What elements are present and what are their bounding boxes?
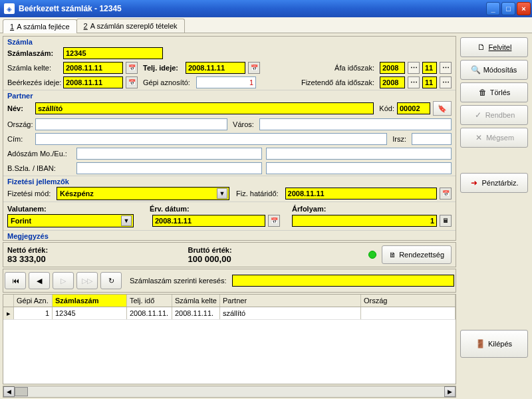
exit-button[interactable]: 🚪Kilépés <box>460 330 528 358</box>
payable-vat-label: Fizetendő áfa időszak: <box>259 78 374 86</box>
machine-id-value: 1 <box>196 76 256 88</box>
rate-input[interactable]: 1 <box>292 215 437 227</box>
settlement-button[interactable]: 🗎Rendezettség <box>382 245 452 264</box>
rate-calc-button[interactable]: 🖩 <box>440 215 452 227</box>
receipt-icon: ➜ <box>469 178 479 188</box>
status-indicator <box>368 251 376 259</box>
invoice-date-picker[interactable]: 📅 <box>126 62 138 74</box>
close-button[interactable]: × <box>517 2 531 15</box>
valid-date-picker[interactable]: 📅 <box>268 215 280 227</box>
app-icon: ◈ <box>4 3 15 14</box>
arrival-date-picker[interactable]: 📅 <box>126 76 138 88</box>
payment-deadline-input[interactable]: 2008.11.11 <box>285 188 437 200</box>
currency-select[interactable]: Forint▼ <box>7 214 134 227</box>
results-grid[interactable]: Gépi Azn. Számlaszám Telj. idő Számla ke… <box>3 294 456 384</box>
chevron-down-icon[interactable]: ▼ <box>217 188 227 199</box>
delete-button[interactable]: 🗑Törlés <box>460 82 528 102</box>
table-row[interactable]: ▸ 1 12345 2008.11.11. 2008.11.11. szállí… <box>3 307 456 320</box>
next-button[interactable]: ▷ <box>53 272 74 289</box>
section-partner: Partner <box>3 90 456 100</box>
navigator: ⏮ ◀ ▷ ▷▷ ↻ Számlaszám szerinti keresés: <box>3 269 456 293</box>
netto-value: 83 333,00 <box>7 254 183 264</box>
payment-method-select[interactable]: Készpénz▼ <box>57 187 229 200</box>
tab-items[interactable]: 2A számlán szereplő tételek <box>76 19 185 33</box>
ok-button: ✓Rendben <box>460 105 528 125</box>
penztarbiz-button[interactable]: ➜Pénztárbiz. <box>460 173 528 193</box>
titlebar: ◈ Beérkezett számlák - 12345 _ □ × <box>0 0 532 17</box>
valid-date-input[interactable]: 2008.11.11 <box>152 215 265 227</box>
col-telj[interactable]: Telj. idő <box>127 295 172 307</box>
col-gepi[interactable]: Gépi Azn. <box>14 295 53 307</box>
payable-vat-year-lookup[interactable]: ⋯ <box>408 76 420 88</box>
refresh-button[interactable]: ↻ <box>100 272 122 289</box>
fulfil-date-label: Telj. ideje: <box>143 64 183 72</box>
partner-code-label: Kód: <box>379 104 394 112</box>
cancel-button: ✕Mégsem <box>460 128 528 148</box>
partner-lookup-button[interactable]: 🔖 <box>433 101 452 116</box>
prev-button[interactable]: ◀ <box>29 272 50 289</box>
chevron-down-icon[interactable]: ▼ <box>121 215 132 226</box>
netto-label: Nettó érték: <box>7 246 183 254</box>
vat-month-input[interactable]: 11 <box>422 62 437 74</box>
section-payment: Fizetési jellemzők <box>3 176 456 186</box>
fulfil-date-input[interactable]: 2008.11.11 <box>186 62 245 74</box>
payment-method-label: Fizetési mód: <box>7 190 54 198</box>
new-button[interactable]: 🗋Felvitel <box>460 37 528 57</box>
row-marker: ▸ <box>3 307 14 319</box>
payable-vat-month-input[interactable]: 11 <box>422 76 437 88</box>
new-icon: 🗋 <box>477 43 486 52</box>
horizontal-scrollbar[interactable]: ◀ ▶ <box>3 386 456 398</box>
document-icon: 🗎 <box>389 251 396 259</box>
fulfil-date-picker[interactable]: 📅 <box>248 62 260 74</box>
col-orszag[interactable]: Ország <box>361 295 456 307</box>
check-icon: ✓ <box>473 110 483 120</box>
col-szamlaszam[interactable]: Számlaszám <box>53 295 127 307</box>
last-button[interactable]: ▷▷ <box>76 272 98 289</box>
city-input[interactable] <box>259 118 452 130</box>
zip-label: Irsz: <box>392 135 406 143</box>
address-input[interactable] <box>35 133 387 145</box>
iban-label: B.Szla. / IBAN: <box>7 164 74 172</box>
payable-vat-month-lookup[interactable]: ⋯ <box>440 76 452 88</box>
invoice-date-input[interactable]: 2008.11.11 <box>63 62 123 74</box>
totals-panel: Nettó érték: 83 333,00 Bruttó érték: 100… <box>3 242 456 267</box>
partner-name-input[interactable]: szállító <box>35 102 374 114</box>
section-note: Megjegyzés <box>3 230 456 240</box>
taxno-hu-input[interactable] <box>76 148 262 160</box>
col-kelte[interactable]: Számla kelte <box>172 295 220 307</box>
first-button[interactable]: ⏮ <box>5 272 26 289</box>
sidebar: 🗋Felvitel 🔍Módosítás 🗑Törlés ✓Rendben ✕M… <box>459 33 532 398</box>
payment-deadline-picker[interactable]: 📅 <box>440 188 452 200</box>
vat-month-lookup[interactable]: ⋯ <box>440 62 452 74</box>
scroll-thumb[interactable] <box>15 387 28 396</box>
search-input[interactable] <box>232 275 455 287</box>
arrival-date-label: Beérkezés ideje: <box>7 78 61 86</box>
payable-vat-year-input[interactable]: 2008 <box>380 76 405 88</box>
tab-header[interactable]: 1A számla fejléce <box>3 19 77 33</box>
vat-year-input[interactable]: 2008 <box>380 62 405 74</box>
maximize-button[interactable]: □ <box>501 2 515 15</box>
invoice-number-input[interactable]: 12345 <box>63 47 163 59</box>
rate-label: Árfolyam: <box>292 205 326 213</box>
vat-year-lookup[interactable]: ⋯ <box>408 62 420 74</box>
minimize-button[interactable]: _ <box>486 2 500 15</box>
window-title: Beérkezett számlák - 12345 <box>17 4 486 13</box>
iban2-input[interactable] <box>266 162 452 174</box>
taxno-eu-input[interactable] <box>266 148 452 160</box>
valid-date-label: Érv. dátum: <box>150 205 289 213</box>
country-input[interactable] <box>35 118 227 130</box>
tabbar: 1A számla fejléce 2A számlán szereplő té… <box>0 17 532 33</box>
zip-input[interactable] <box>412 133 452 145</box>
arrival-date-input[interactable]: 2008.11.11 <box>63 76 123 88</box>
partner-code-input[interactable]: 00002 <box>397 102 430 114</box>
scroll-right-button[interactable]: ▶ <box>444 386 456 397</box>
scroll-left-button[interactable]: ◀ <box>3 386 15 397</box>
payment-deadline-label: Fiz. határidő: <box>236 190 279 198</box>
iban1-input[interactable] <box>76 162 262 174</box>
trash-icon: 🗑 <box>478 88 487 97</box>
country-label: Ország: <box>7 120 33 128</box>
edit-button[interactable]: 🔍Módosítás <box>460 60 528 80</box>
invoice-number-label: Számlaszám: <box>7 49 61 57</box>
section-invoice: Számla <box>3 37 456 46</box>
col-partner[interactable]: Partner <box>220 295 361 307</box>
